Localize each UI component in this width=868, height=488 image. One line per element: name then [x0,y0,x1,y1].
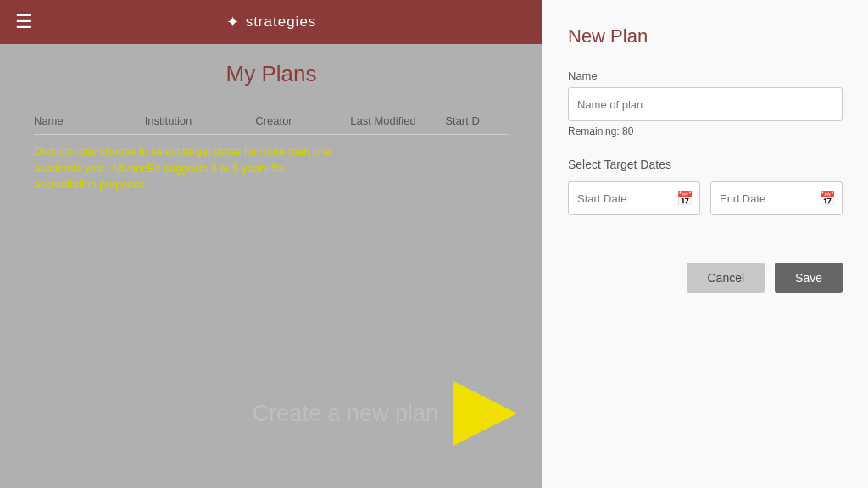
button-row: Cancel Save [568,263,843,293]
app-title: strategies [246,14,317,30]
cancel-button[interactable]: Cancel [687,263,765,293]
menu-icon[interactable]: ☰ [15,11,32,33]
col-header-name: Name [34,114,145,127]
select-dates-label: Select Target Dates [568,158,843,171]
page-title: My Plans [34,61,509,87]
col-header-institution: Institution [145,114,256,127]
create-plan-text: Create a new plan [253,401,438,427]
name-section: Name Remaining: 80 [568,69,843,137]
main-content: My Plans Name Institution Creator Last M… [0,44,542,488]
end-date-input[interactable] [710,181,843,215]
logo-icon: ✦ [226,13,239,31]
col-header-creator: Creator [255,114,350,127]
name-label: Name [568,69,843,82]
dates-section: Select Target Dates 📅 📅 [568,158,843,215]
left-panel: ☰ ✦ strategies My Plans Name Institution… [0,0,542,488]
end-date-wrapper: 📅 [710,181,843,215]
panel-title: New Plan [568,25,843,47]
logo-area: ✦ strategies [226,13,317,31]
save-button[interactable]: Save [775,263,843,293]
start-date-input[interactable] [568,181,700,215]
remaining-text: Remaining: 80 [568,125,843,137]
start-date-wrapper: 📅 [568,181,700,215]
col-header-modified: Last Modified [350,114,445,127]
table-header: Name Institution Creator Last Modified S… [34,108,509,135]
date-row: 📅 📅 [568,181,843,215]
right-panel: New Plan Name Remaining: 80 Select Targe… [542,0,868,488]
col-header-start: Start D [445,114,509,127]
info-text: Districts may choose to select target da… [34,143,339,193]
top-nav: ☰ ✦ strategies [0,0,542,44]
name-input[interactable] [568,87,843,121]
arrow-icon [453,381,517,446]
